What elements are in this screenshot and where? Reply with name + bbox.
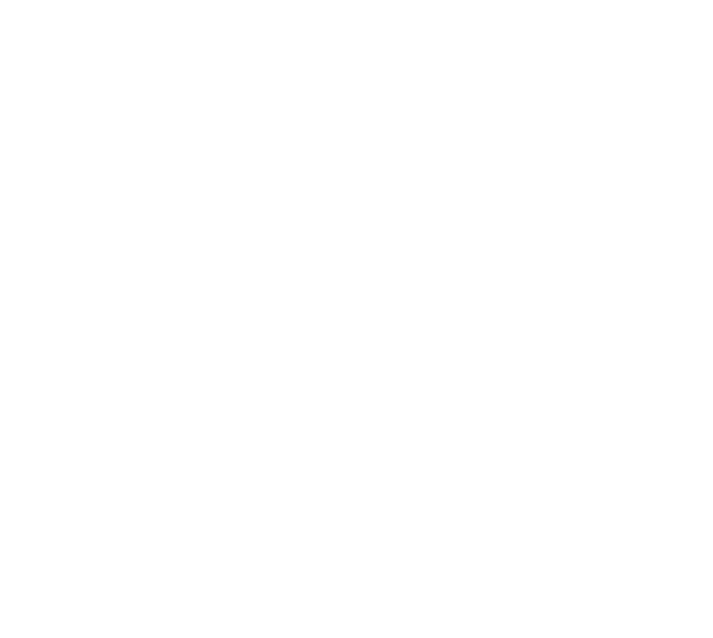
seismic-picker-window: [0, 0, 713, 638]
seismogram-panel: [0, 38, 713, 638]
